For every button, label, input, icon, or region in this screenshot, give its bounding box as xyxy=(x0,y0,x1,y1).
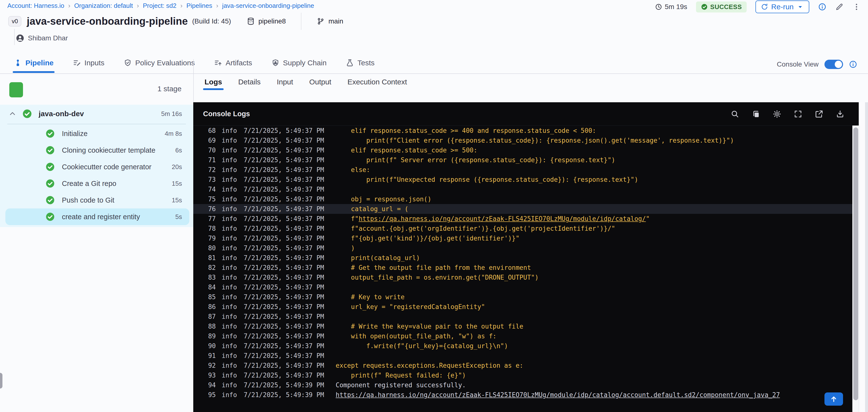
tab-execution-context[interactable]: Execution Context xyxy=(347,78,407,92)
step-success-icon xyxy=(45,162,55,172)
tab-input[interactable]: Input xyxy=(277,78,293,92)
tab-supply-chain[interactable]: Supply Chain xyxy=(271,59,327,72)
log-timestamp: 7/21/2025, 5:49:37 PM xyxy=(244,175,327,185)
download-logs-button[interactable] xyxy=(836,109,844,119)
breadcrumb-project[interactable]: Project: sd2 xyxy=(143,2,176,9)
log-timestamp: 7/21/2025, 5:49:37 PM xyxy=(244,263,327,273)
console-scrollbar-thumb[interactable] xyxy=(853,127,858,400)
sidebar-step[interactable]: Cookiecutter code generator 20s xyxy=(5,159,189,175)
refresh-icon xyxy=(761,3,768,10)
log-line: 75 info 7/21/2025, 5:49:37 PM obj = resp… xyxy=(193,194,852,204)
log-level: info xyxy=(222,341,241,351)
log-timestamp: 7/21/2025, 5:49:37 PM xyxy=(244,165,327,175)
sidebar-step[interactable]: create and register entity 5s xyxy=(5,209,189,225)
tab-logs[interactable]: Logs xyxy=(205,78,222,92)
shield-check-icon xyxy=(124,59,132,67)
status-label: SUCCESS xyxy=(710,3,742,11)
stage-row[interactable]: java-onb-dev 5m 16s xyxy=(0,105,193,123)
rerun-button[interactable]: Re-run xyxy=(755,0,809,13)
log-timestamp: 7/21/2025, 5:49:37 PM xyxy=(244,302,327,312)
log-line: 87 info 7/21/2025, 5:49:37 PM xyxy=(193,312,852,321)
copy-icon xyxy=(751,109,761,119)
divider xyxy=(301,13,301,30)
user-name: Shibam Dhar xyxy=(28,34,68,42)
tab-output[interactable]: Output xyxy=(309,78,331,92)
log-link[interactable]: https://qa.harness.io/ng/account/zEaak-F… xyxy=(359,215,646,222)
breadcrumb-current-pipeline[interactable]: java-service-onboarding-pipeline xyxy=(222,2,314,9)
check-circle-icon xyxy=(701,3,708,10)
breadcrumb-organization[interactable]: Organization: default xyxy=(74,2,133,9)
log-level: info xyxy=(222,351,241,360)
sidebar-step[interactable]: Push code to Git 15s xyxy=(5,192,189,209)
execution-tabbar: Pipeline Inputs Policy Evaluations Artif… xyxy=(0,59,868,74)
pipeline-header: v0 java-service-onboarding-pipeline (Bui… xyxy=(8,13,343,30)
tab-details[interactable]: Details xyxy=(238,78,261,92)
log-timestamp: 7/21/2025, 5:49:37 PM xyxy=(244,292,327,302)
step-name: Push code to Git xyxy=(62,196,114,204)
pencil-icon xyxy=(835,3,843,11)
log-text: print(catalog_url) xyxy=(336,253,420,263)
repo-chip[interactable]: </> pipeline8 xyxy=(247,17,286,26)
tab-artifacts[interactable]: Artifacts xyxy=(214,59,252,72)
stage-status-square[interactable] xyxy=(9,82,23,97)
breadcrumb-account[interactable]: Account: Harness.io xyxy=(7,2,64,9)
chevron-up-icon[interactable] xyxy=(8,109,17,118)
log-line-number: 83 xyxy=(202,273,216,282)
toggle-knob xyxy=(835,61,842,68)
clock-icon xyxy=(655,3,662,10)
console-logs-panel: Console Logs 68 xyxy=(193,102,859,412)
log-timestamp: 7/21/2025, 5:49:37 PM xyxy=(244,185,327,194)
log-line-number: 69 xyxy=(202,135,216,145)
console-view-toggle[interactable] xyxy=(825,60,843,69)
log-line: 95 info 7/21/2025, 5:49:39 PM https://qa… xyxy=(193,390,852,400)
log-settings-button[interactable] xyxy=(773,109,781,119)
log-text: # Get the output file path from the envi… xyxy=(336,263,531,273)
tab-label: Pipeline xyxy=(26,59,54,67)
search-icon xyxy=(731,109,739,119)
tab-tests[interactable]: Tests xyxy=(346,59,375,72)
log-line-number: 80 xyxy=(202,243,216,253)
tab-inputs[interactable]: Inputs xyxy=(73,59,104,72)
open-in-new-button[interactable] xyxy=(815,109,824,119)
elapsed-time-label: 5m 19s xyxy=(665,3,687,11)
tab-pipeline[interactable]: Pipeline xyxy=(14,59,54,72)
log-level: info xyxy=(222,380,241,390)
scroll-to-top-button[interactable] xyxy=(825,392,843,406)
log-link[interactable]: https://qa.harness.io/ng/account/zEaak-F… xyxy=(336,391,780,399)
triggered-by: Shibam Dhar xyxy=(16,34,68,42)
run-info-button[interactable] xyxy=(818,3,827,11)
log-timestamp: 7/21/2025, 5:49:39 PM xyxy=(244,380,327,390)
log-level: info xyxy=(222,263,241,273)
breadcrumb-separator: › xyxy=(68,2,70,9)
sidebar-scrollbar-thumb[interactable] xyxy=(0,373,2,388)
log-lines: 68 info 7/21/2025, 5:49:37 PM elif respo… xyxy=(193,126,852,412)
breadcrumb-pipelines[interactable]: Pipelines xyxy=(186,2,212,9)
fullscreen-button[interactable] xyxy=(794,109,802,119)
flask-icon xyxy=(346,59,354,67)
sidebar-step[interactable]: Cloning cookiecutter template 6s xyxy=(5,142,189,159)
search-logs-button[interactable] xyxy=(731,109,739,119)
log-level: info xyxy=(222,224,241,233)
step-duration: 15s xyxy=(172,180,182,187)
log-level: info xyxy=(222,233,241,243)
copy-logs-button[interactable] xyxy=(751,109,761,119)
log-line: 84 info 7/21/2025, 5:49:37 PM xyxy=(193,282,852,292)
more-options-button[interactable] xyxy=(852,3,861,11)
console-view-info-button[interactable] xyxy=(849,60,857,68)
log-line: 73 info 7/21/2025, 5:49:37 PM print(f"Un… xyxy=(193,175,852,185)
log-line-number: 81 xyxy=(202,253,216,263)
edit-pipeline-button[interactable] xyxy=(835,3,843,11)
branch-chip[interactable]: main xyxy=(316,17,343,26)
log-line-number: 90 xyxy=(202,341,216,351)
sidebar-step[interactable]: Initialize 4m 8s xyxy=(5,125,189,142)
tab-policy-evaluations[interactable]: Policy Evaluations xyxy=(124,59,195,72)
log-text: else: xyxy=(336,165,370,175)
log-level: info xyxy=(222,194,241,204)
console-scrollbar[interactable] xyxy=(852,126,859,412)
log-text: elif response.status_code >= 500: xyxy=(336,145,477,155)
branch-name: main xyxy=(328,18,343,25)
sidebar-step[interactable]: Create a Git repo 15s xyxy=(5,175,189,192)
page-scrollbar[interactable] xyxy=(859,102,868,412)
log-line: 69 info 7/21/2025, 5:49:37 PM print(f"Cl… xyxy=(193,135,852,145)
steps-list: Initialize 4m 8s Cloning cookiecutter te… xyxy=(0,125,193,225)
